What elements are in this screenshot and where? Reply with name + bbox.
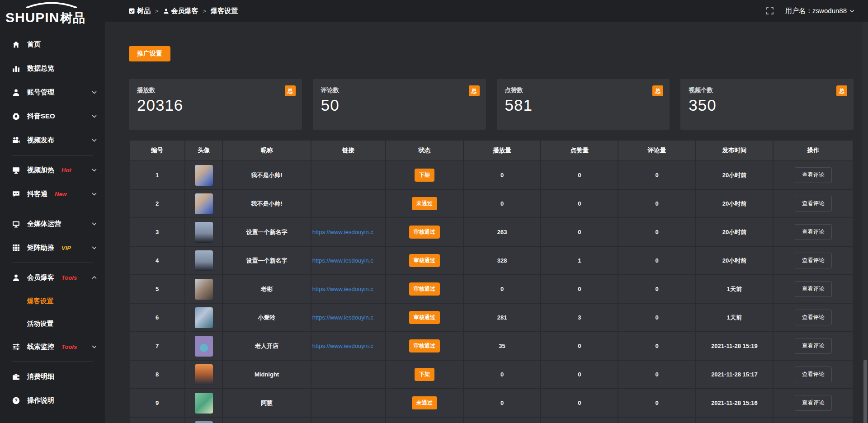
cell-link: [311, 418, 386, 423]
submenu-item-label: 活动设置: [27, 320, 53, 328]
sidebar-item-data-overview[interactable]: 数据总览: [0, 56, 105, 80]
gear-icon: [12, 113, 20, 121]
sidebar-divider: [12, 263, 93, 263]
view-comments-button[interactable]: 查看评论: [795, 196, 832, 212]
cell-avatar: [185, 275, 222, 303]
stat-card-videos: 视频个数 350 总: [680, 79, 854, 130]
scrollbar-thumb[interactable]: [863, 360, 867, 423]
cell-plays: 328: [464, 247, 540, 274]
sidebar-item-all-media[interactable]: 全媒体运营: [0, 212, 105, 236]
stat-card-comments: 评论数 50 总: [313, 79, 486, 130]
avatar: [195, 307, 213, 328]
cell-nickname: [223, 418, 311, 423]
cell-op: 查看评论: [774, 418, 853, 423]
user-icon: [12, 89, 20, 97]
view-comments-button[interactable]: 查看评论: [795, 281, 832, 297]
page-title: 爆客设置: [211, 7, 238, 15]
sidebar-subitem-activity-settings[interactable]: 活动设置: [0, 312, 105, 335]
logo-text-cn: 树品: [60, 11, 85, 25]
view-comments-button[interactable]: 查看评论: [795, 395, 832, 411]
video-link[interactable]: https://www.iesdouyin.c: [311, 229, 384, 235]
sidebar-item-account[interactable]: 账号管理: [0, 80, 105, 104]
cell-avatar: [185, 361, 222, 388]
view-comments-button[interactable]: 查看评论: [795, 167, 832, 183]
cell-nickname: 老彬: [223, 275, 311, 303]
col-header-comments: 评论量: [618, 141, 695, 160]
avatar: [195, 336, 213, 357]
cell-avatar: [185, 418, 222, 423]
col-header-time: 发布时间: [696, 141, 773, 160]
total-badge: 总: [285, 85, 296, 96]
status-badge: 审核通过: [409, 254, 440, 267]
cell-comments: 0: [618, 304, 695, 331]
cell-nickname: 我不是小帅!: [223, 190, 311, 217]
sidebar-item-label: 线索监控: [27, 343, 54, 351]
sidebar-item-label: 抖音SEO: [27, 112, 55, 121]
view-comments-button[interactable]: 查看评论: [795, 367, 832, 382]
chevron-up-icon: [92, 276, 97, 279]
user-menu[interactable]: 用户名：zswodun88: [785, 7, 854, 15]
bar-chart-icon: [12, 65, 20, 73]
cell-plays: 0: [464, 389, 540, 417]
status-badge: 未通过: [412, 396, 437, 409]
stat-label: 视频个数: [689, 86, 845, 94]
svg-text:?: ?: [14, 398, 17, 403]
cell-likes: 0: [541, 275, 618, 303]
status-badge: 下架: [415, 368, 434, 381]
avatar: [195, 393, 213, 414]
sidebar-item-expense-detail[interactable]: 消费明细: [0, 365, 105, 389]
cell-time: 2021-11-28 15:16: [696, 389, 773, 417]
sidebar-item-matrix-boost[interactable]: 矩阵助推 VIP: [0, 236, 105, 260]
sidebar-item-label: 消费明细: [27, 372, 54, 381]
cell-time: 1天前: [696, 304, 773, 331]
cell-status: 审核通过: [386, 304, 463, 331]
sidebar-divider: [12, 362, 93, 362]
col-header-likes: 点赞量: [541, 141, 618, 160]
cell-link: https://www.iesdouyin.c: [311, 275, 386, 303]
sidebar-item-clue-monitor[interactable]: 线索监控 Tools: [0, 335, 105, 359]
breadcrumb-home[interactable]: 树品: [129, 7, 151, 15]
table-row: 2 我不是小帅! 未通过 0 0 0 20小时前: [130, 190, 853, 217]
col-header-avatar: 头像: [185, 141, 222, 160]
cell-plays: 281: [464, 304, 540, 331]
promo-settings-button[interactable]: 推广设置: [129, 46, 170, 61]
sidebar-subitem-baoke-settings[interactable]: 爆客设置: [0, 290, 105, 312]
sidebar-item-video-publish[interactable]: 视频发布: [0, 128, 105, 152]
table-row: 1 我不是小帅! 下架 0 0 0 20小时前: [130, 161, 853, 189]
breadcrumb-member-baoke[interactable]: 会员爆客: [163, 7, 198, 15]
home-icon: [12, 41, 20, 49]
video-link[interactable]: https://www.iesdouyin.c: [311, 257, 384, 264]
video-link[interactable]: https://www.iesdouyin.c: [311, 343, 384, 349]
cell-comments: 0: [618, 275, 695, 303]
table-body: 1 我不是小帅! 下架 0 0 0 20小时前: [130, 161, 853, 423]
chevron-down-icon: [92, 246, 97, 249]
sidebar-item-label: 数据总览: [27, 64, 54, 73]
cell-link: [311, 389, 386, 417]
cell-link: https://www.iesdouyin.c: [311, 247, 386, 274]
sidebar-item-home[interactable]: 首页: [0, 33, 105, 56]
view-comments-button[interactable]: 查看评论: [795, 224, 832, 240]
view-comments-button[interactable]: 查看评论: [795, 338, 832, 354]
sidebar-item-instructions[interactable]: ? 操作说明: [0, 389, 105, 413]
chevron-down-icon: [92, 193, 97, 196]
breadcrumb-separator: >: [155, 8, 159, 14]
video-link[interactable]: https://www.iesdouyin.c: [311, 286, 384, 292]
cell-likes: [541, 418, 618, 423]
cell-plays: 0: [464, 190, 540, 217]
username-label: 用户名：zswodun88: [785, 7, 847, 15]
stat-label: 点赞数: [505, 86, 662, 94]
cell-link: [311, 161, 386, 189]
stat-cards: 播放数 20316 总 评论数 50 总 点赞数 581 总 视频个数 350 …: [129, 79, 854, 130]
sidebar-item-label: 矩阵助推: [27, 244, 54, 252]
scrollbar[interactable]: [863, 22, 868, 423]
fullscreen-icon[interactable]: [766, 7, 774, 14]
view-comments-button[interactable]: 查看评论: [795, 310, 832, 325]
video-link[interactable]: https://www.iesdouyin.c: [311, 314, 384, 321]
sidebar-item-member-baoke[interactable]: 会员爆客 Tools: [0, 266, 105, 290]
view-comments-button[interactable]: 查看评论: [795, 253, 832, 268]
sidebar-item-douketong[interactable]: 抖客通 New: [0, 182, 105, 206]
sidebar-item-video-heat[interactable]: 视频加热 Hot: [0, 158, 105, 182]
cell-nickname: 老人开店: [223, 332, 311, 360]
sidebar-item-douyin-seo[interactable]: 抖音SEO: [0, 104, 105, 128]
tools-tag: Tools: [61, 343, 77, 350]
